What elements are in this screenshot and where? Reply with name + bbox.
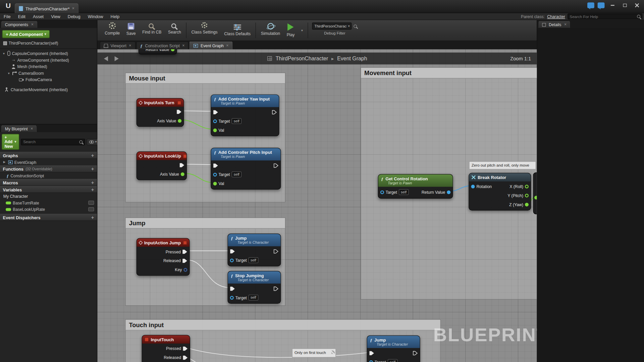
node-header[interactable]: InputAxis LookUp xyxy=(137,152,186,160)
return-value-pin[interactable] xyxy=(171,49,174,51)
help-search-input[interactable] xyxy=(570,14,635,18)
node-add-controller-yaw-input[interactable]: ƒAdd Controller Yaw Input Target is Pawn… xyxy=(211,95,279,136)
resize-grip-icon[interactable] xyxy=(331,351,335,354)
component-row-arrow[interactable]: → ArrowComponent (Inherited) xyxy=(0,57,97,63)
class-defaults-button[interactable]: Class Defaults xyxy=(221,20,254,41)
rotation-pin[interactable] xyxy=(471,184,475,188)
exec-in-pin[interactable] xyxy=(213,163,218,168)
x-roll-pin[interactable] xyxy=(525,184,529,188)
target-pin[interactable] xyxy=(369,360,373,362)
variable-row-baseturnrate[interactable]: BaseTurnRate xyxy=(0,199,97,206)
exec-out-pin[interactable] xyxy=(272,110,277,114)
y-pitch-pin[interactable] xyxy=(525,193,529,197)
node-jump[interactable]: ƒJump Target is Character Target self xyxy=(227,234,281,266)
exec-out-pin[interactable] xyxy=(413,351,418,355)
self-pin-value[interactable]: self xyxy=(388,359,397,362)
menu-view[interactable]: View xyxy=(47,14,64,19)
variable-category-row[interactable]: My Character xyxy=(0,193,97,200)
target-pin[interactable] xyxy=(213,173,217,176)
axis-value-pin[interactable] xyxy=(178,119,181,122)
node-header[interactable]: InputAction Jump xyxy=(137,238,190,246)
class-settings-button[interactable]: Class Settings xyxy=(188,20,221,41)
node-stop-jumping[interactable]: ƒStop Jumping Target is Character Target… xyxy=(227,271,281,304)
node-header[interactable]: ƒAdd Controller Yaw Input Target is Pawn xyxy=(211,95,279,107)
self-pin-value[interactable]: self xyxy=(399,189,409,195)
target-pin[interactable] xyxy=(230,296,234,299)
target-pin[interactable] xyxy=(380,190,384,194)
menu-debug[interactable]: Debug xyxy=(64,14,84,19)
breadcrumb-current[interactable]: Event Graph xyxy=(337,55,367,61)
key-pin[interactable] xyxy=(183,268,187,272)
exec-out-pin[interactable] xyxy=(179,163,184,167)
close-icon[interactable]: × xyxy=(72,6,74,10)
exec-out-pin[interactable] xyxy=(274,163,279,168)
target-pin[interactable] xyxy=(230,258,234,262)
exec-in-pin[interactable] xyxy=(230,249,235,253)
debug-search-icon[interactable] xyxy=(354,24,357,28)
add-dispatcher-button[interactable]: + xyxy=(91,215,94,220)
close-icon[interactable]: × xyxy=(182,44,184,48)
close-icon[interactable]: × xyxy=(129,44,131,48)
editable-toggle-icon[interactable] xyxy=(88,207,94,211)
menu-file[interactable]: File xyxy=(0,14,14,19)
pressed-exec-pin[interactable] xyxy=(183,346,188,351)
self-pin-value[interactable]: self xyxy=(249,295,258,300)
exec-in-pin[interactable] xyxy=(213,110,218,114)
node-add-controller-pitch-input[interactable]: ƒAdd Controller Pitch Input Target is Pa… xyxy=(211,148,281,190)
simulation-button[interactable]: Simulation xyxy=(258,20,283,41)
component-row-cameraboom[interactable]: ▼ CameraBoom xyxy=(0,70,97,76)
search-button[interactable]: Search xyxy=(165,20,184,41)
node-header[interactable]: ƒGet Control Rotation Target is Pawn xyxy=(378,174,453,187)
menu-window[interactable]: Window xyxy=(84,14,107,19)
compile-button[interactable]: Compile xyxy=(101,20,123,41)
section-functions[interactable]: Functions (32 Overridable) + xyxy=(0,165,97,172)
exec-in-pin[interactable] xyxy=(369,351,374,355)
tab-my-blueprint[interactable]: My Blueprint × xyxy=(1,125,37,132)
play-options-dropdown[interactable]: ▾ xyxy=(298,20,306,41)
node-header[interactable]: ƒStop Jumping Target is Character xyxy=(228,271,281,284)
breadcrumb-root[interactable]: ThirdPersonCharacter xyxy=(276,55,328,61)
minimize-button[interactable] xyxy=(608,2,617,9)
section-macros[interactable]: Macros + xyxy=(0,179,97,186)
node-input-axis-turn[interactable]: InputAxis Turn Axis Value xyxy=(137,98,184,127)
menu-edit[interactable]: Edit xyxy=(14,14,29,19)
node-input-axis-lookup[interactable]: InputAxis LookUp Axis Value xyxy=(137,152,187,180)
close-icon[interactable]: × xyxy=(31,127,33,131)
self-pin-value[interactable]: self xyxy=(231,172,241,177)
close-icon[interactable]: × xyxy=(564,22,567,26)
exec-in-pin[interactable] xyxy=(230,286,235,291)
close-icon[interactable]: × xyxy=(31,22,34,26)
exec-out-pin[interactable] xyxy=(177,109,182,114)
axis-value-pin[interactable] xyxy=(181,172,184,176)
tab-viewport[interactable]: Viewport × xyxy=(100,42,136,49)
node-input-touch[interactable]: InputTouch Pressed Released xyxy=(142,335,190,362)
save-button[interactable]: Save xyxy=(123,20,139,41)
node-header[interactable]: ƒJump Target is Character xyxy=(228,234,281,246)
released-exec-pin[interactable] xyxy=(182,258,187,263)
expander-icon[interactable]: ▼ xyxy=(7,72,11,75)
maximize-button[interactable] xyxy=(620,2,629,9)
exec-out-pin[interactable] xyxy=(274,249,279,253)
node-header[interactable]: ƒJump Target is Character xyxy=(367,336,420,348)
expander-icon[interactable]: ▶ xyxy=(3,161,7,164)
editable-toggle-icon[interactable] xyxy=(88,201,94,205)
eventgraph-row[interactable]: ▶ EventGraph xyxy=(0,159,97,166)
val-pin[interactable] xyxy=(213,182,217,185)
menu-asset[interactable]: Asset xyxy=(29,14,47,19)
node-header[interactable]: ƒAdd Controller Pitch Input Target is Pa… xyxy=(211,148,280,161)
add-new-button[interactable]: + Add New ▾ xyxy=(2,134,19,150)
tab-components[interactable]: Components × xyxy=(1,21,37,28)
node-break-rotator[interactable]: Break Rotator Rotation X (Roll) Y (Pitch… xyxy=(469,173,531,211)
component-row-charactermovement[interactable]: CharacterMovement (Inherited) xyxy=(0,86,97,93)
self-pin-value[interactable]: self xyxy=(231,118,241,124)
variable-row-baselookuprate[interactable]: BaseLookUpRate xyxy=(0,206,97,213)
back-button[interactable] xyxy=(104,56,108,61)
node-fragment[interactable]: Return Value xyxy=(139,49,177,55)
z-yaw-pin[interactable] xyxy=(525,202,529,206)
section-event-dispatchers[interactable]: Event Dispatchers + xyxy=(0,214,97,221)
event-graph-canvas[interactable]: Mouse input Movement input Jump Touch in… xyxy=(97,49,537,362)
component-root-row[interactable]: ThirdPersonCharacter(self) xyxy=(0,39,97,47)
add-function-button[interactable]: + xyxy=(91,166,94,172)
component-row-capsule[interactable]: ▼ CapsuleComponent (Inherited) xyxy=(0,50,97,57)
expander-icon[interactable]: ▼ xyxy=(2,52,6,55)
